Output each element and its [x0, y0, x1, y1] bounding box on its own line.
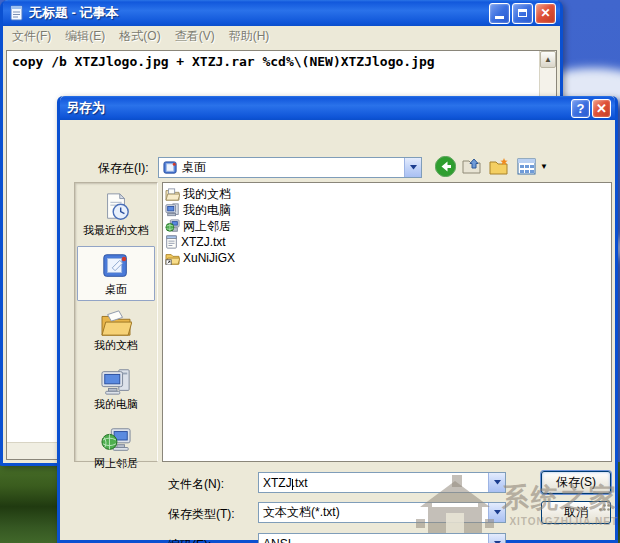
place-label: 我最近的文档: [83, 224, 149, 237]
notepad-title: 无标题 - 记事本: [29, 4, 487, 22]
place-label: 桌面: [105, 283, 127, 296]
dialog-title: 另存为: [66, 99, 569, 117]
list-item[interactable]: 我的电脑: [165, 202, 609, 218]
file-name: 我的文档: [183, 186, 231, 203]
file-name: 网上邻居: [183, 218, 231, 235]
up-one-level-icon[interactable]: [461, 154, 483, 178]
save-button-label: 保存(S): [556, 474, 596, 491]
notepad-menubar: 文件(F) 编辑(E) 格式(O) 查看(V) 帮助(H): [3, 26, 560, 47]
recent-documents-icon: [101, 192, 131, 222]
minimize-button[interactable]: [489, 3, 510, 24]
file-name-label: 文件名(N):: [168, 476, 224, 493]
save-in-value: 桌面: [182, 159, 206, 176]
close-icon: ✕: [596, 102, 607, 115]
place-my-documents[interactable]: 我的文档: [77, 304, 155, 358]
file-type-combobox[interactable]: 文本文档(*.txt): [258, 502, 506, 523]
chevron-down-icon[interactable]: [404, 158, 421, 177]
resize-grip[interactable]: [598, 499, 611, 512]
chevron-down-icon[interactable]: [488, 473, 505, 492]
network-places-icon: [100, 425, 132, 455]
encoding-label: 编码(E):: [168, 537, 211, 543]
help-icon: ?: [577, 102, 585, 115]
place-recent-documents[interactable]: 我最近的文档: [77, 187, 155, 243]
cancel-button-label: 取消: [564, 504, 588, 521]
network-icon: [165, 219, 180, 233]
view-menu-icon[interactable]: [515, 154, 537, 178]
back-icon[interactable]: [434, 154, 456, 178]
maximize-icon: [518, 9, 527, 17]
my-computer-icon: [100, 366, 132, 396]
documents-folder-icon: [165, 188, 180, 201]
computer-icon: [165, 203, 180, 217]
place-label: 我的电脑: [94, 398, 138, 411]
place-label: 网上邻居: [94, 457, 138, 470]
folder-shortcut-icon: [165, 252, 180, 265]
notepad-app-icon: [9, 5, 25, 21]
chevron-down-icon[interactable]: ▼: [540, 162, 548, 171]
file-name-value: XTZJ.txt: [263, 476, 308, 490]
text-caret: [292, 479, 293, 490]
my-documents-icon: [100, 309, 132, 337]
file-name: XTZJ.txt: [181, 235, 226, 249]
notepad-titlebar[interactable]: 无标题 - 记事本 ✕: [3, 0, 560, 26]
place-desktop[interactable]: 桌面: [77, 246, 155, 302]
text-file-icon: [165, 235, 178, 249]
save-as-dialog: 另存为 ? ✕ 保存在(I): 桌面: [57, 96, 618, 543]
list-item[interactable]: 我的文档: [165, 186, 609, 202]
desktop-icon: [163, 160, 178, 175]
save-in-label: 保存在(I):: [98, 160, 149, 177]
file-type-label: 保存类型(T):: [168, 506, 235, 523]
place-label: 我的文档: [94, 339, 138, 352]
list-item[interactable]: XTZJ.txt: [165, 234, 609, 250]
encoding-combobox[interactable]: ANSI: [258, 533, 506, 543]
new-folder-icon[interactable]: [488, 154, 510, 178]
save-button[interactable]: 保存(S): [541, 471, 611, 494]
help-button[interactable]: ?: [571, 99, 590, 118]
minimize-icon: [495, 16, 504, 19]
close-button[interactable]: ✕: [535, 3, 556, 24]
maximize-button[interactable]: [512, 3, 533, 24]
file-name: XuNiJiGX: [183, 251, 235, 265]
file-name-input[interactable]: XTZJ.txt: [258, 472, 506, 493]
encoding-value: ANSI: [263, 537, 291, 543]
desktop: 无标题 - 记事本 ✕ 文件(F) 编辑(E) 格式(O) 查看(V) 帮助(H…: [0, 0, 620, 543]
menu-view[interactable]: 查看(V): [168, 26, 222, 47]
dialog-titlebar[interactable]: 另存为 ? ✕: [60, 96, 615, 120]
chevron-down-icon[interactable]: [488, 534, 505, 543]
file-name: 我的电脑: [183, 202, 231, 219]
place-my-computer[interactable]: 我的电脑: [77, 361, 155, 417]
dialog-close-button[interactable]: ✕: [592, 99, 611, 118]
menu-format[interactable]: 格式(O): [112, 26, 167, 47]
file-type-value: 文本文档(*.txt): [263, 504, 340, 521]
file-list: 我的文档 我的电脑: [162, 182, 612, 462]
close-icon: ✕: [540, 7, 550, 19]
save-in-combobox[interactable]: 桌面: [158, 157, 422, 178]
dialog-toolbar: ▼: [434, 154, 548, 178]
desktop-icon: [101, 251, 131, 281]
scroll-up-button[interactable]: ▲: [540, 51, 556, 68]
list-item[interactable]: XuNiJiGX: [165, 250, 609, 266]
menu-help[interactable]: 帮助(H): [222, 26, 277, 47]
places-bar: 我最近的文档 桌面: [74, 182, 158, 462]
dialog-body: 保存在(I): 桌面: [60, 120, 615, 516]
place-network[interactable]: 网上邻居: [77, 420, 155, 476]
menu-file[interactable]: 文件(F): [5, 26, 58, 47]
menu-edit[interactable]: 编辑(E): [58, 26, 112, 47]
list-item[interactable]: 网上邻居: [165, 218, 609, 234]
chevron-down-icon[interactable]: [488, 503, 505, 522]
